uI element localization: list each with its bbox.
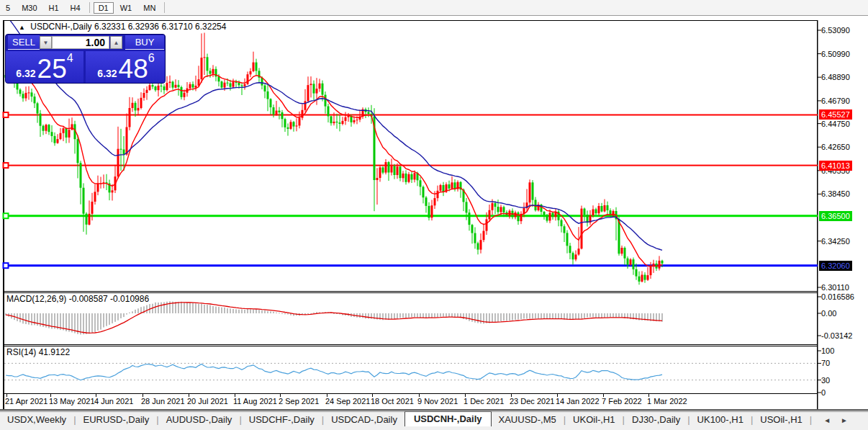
price-axis-tick: 6.48890 <box>821 73 850 81</box>
date-axis-label: 20 Jul 2021 <box>187 397 228 406</box>
sell-price-pips: 25 <box>37 57 67 81</box>
chart-tab-usdx-weekly[interactable]: USDX,Weekly <box>0 413 73 427</box>
date-axis-label: 1 Mar 2022 <box>647 397 687 406</box>
buy-button[interactable]: BUY <box>125 35 164 50</box>
chart-symbol-label: USDCNH-,Daily <box>30 22 91 32</box>
chart-tab-eurusd-daily[interactable]: EURUSD-,Daily <box>76 413 157 427</box>
sell-button[interactable]: SELL <box>8 35 40 50</box>
chart-tab-bar: USDX,Weekly|EURUSD-,Daily|AUDUSD-,Daily|… <box>0 411 868 427</box>
price-axis-tick: 6.34250 <box>821 237 850 246</box>
chart-tab-usdcad-daily[interactable]: USDCAD-,Daily <box>324 413 404 427</box>
price-axis-tick: 6.46790 <box>821 97 850 105</box>
chart-tab-audusd-daily[interactable]: AUDUSD-,Daily <box>159 413 240 427</box>
date-axis-label: 2 Sep 2021 <box>279 397 319 406</box>
price-axis-tick: 6.30110 <box>821 283 849 292</box>
tab-scroll-arrows[interactable]: ◄► <box>823 416 858 427</box>
buy-price-point: 6 <box>148 53 155 64</box>
chart-tab-usdchf-daily[interactable]: USDCHF-,Daily <box>242 413 322 427</box>
sell-price-display[interactable]: 6.32 25 4 <box>6 51 83 84</box>
chart-marker-icon: ▲ <box>19 24 25 31</box>
chart-tab-dj30-daily[interactable]: DJ30-,Daily <box>625 413 687 427</box>
price-axis-tick: 6.50990 <box>821 50 850 58</box>
price-axis-tick: 6.44750 <box>821 120 850 128</box>
date-axis-label: 1 Dec 2021 <box>464 397 504 406</box>
chart-tab-uk100-h1[interactable]: UK100-,H1 <box>690 413 751 427</box>
rsi-axis-tick: 30 <box>821 376 830 385</box>
macd-axis-tick: -0.03142 <box>821 331 852 340</box>
date-axis-label: 7 Feb 2022 <box>602 397 642 406</box>
buy-price-pips: 48 <box>119 57 148 81</box>
price-line-badge: 6.36500 <box>819 211 852 221</box>
volume-decrease-button[interactable]: ▼ <box>40 36 52 49</box>
date-axis-label: 13 May 2021 <box>49 397 95 406</box>
macd-axis-tick: 0.00 <box>821 309 836 318</box>
rsi-axis-tick: 0 <box>821 388 826 397</box>
chart-tab-usdcnh-daily[interactable]: USDCNH-,Daily <box>404 411 492 427</box>
price-line-badge: 6.45527 <box>819 109 852 120</box>
date-axis-label: 21 Apr 2021 <box>5 397 48 406</box>
date-axis-label: 28 Jun 2021 <box>141 397 185 406</box>
price-axis-tick: 6.53090 <box>821 26 850 35</box>
date-axis-label: 23 Dec 2021 <box>510 397 554 406</box>
chart-title: ▲ USDCNH-,Daily 6.32331 6.32936 6.31710 … <box>19 22 226 32</box>
macd-axis-tick: 0.016586 <box>821 292 854 301</box>
trade-panel-top-row: SELL ▼ 1.00 ▲ BUY <box>6 35 165 50</box>
rsi-axis-tick: 70 <box>821 359 830 367</box>
chart-ohlc-values: 6.32331 6.32936 6.31710 6.32254 <box>94 22 227 32</box>
chart-tab-ukoil-h1[interactable]: UKOil-,H1 <box>566 413 623 427</box>
status-strip <box>0 426 868 430</box>
rsi-axis-tick: 100 <box>821 346 834 355</box>
date-axis-label: 11 Aug 2021 <box>233 397 277 406</box>
date-axis-label: 4 Jun 2021 <box>94 397 133 406</box>
mt4-terminal-window: 5M30H1H4D1W1MN ▲ USDCNH-,Daily 6.32331 6… <box>0 0 868 430</box>
volume-increase-button[interactable]: ▲ <box>110 36 122 49</box>
volume-input[interactable]: 1.00 <box>52 36 109 49</box>
macd-indicator-label: MACD(12,26,9) -0.008587 -0.010986 <box>6 294 149 304</box>
chart-tab-xauusd-m5[interactable]: XAUUSD-,M5 <box>492 413 564 427</box>
chart-tab-usoil-h1[interactable]: USOil-,H1 <box>753 413 810 427</box>
one-click-trade-panel: SELL ▼ 1.00 ▲ BUY 6.32 25 4 6.32 48 6 <box>5 34 166 84</box>
date-axis-label: 9 Nov 2021 <box>417 397 458 406</box>
buy-price-prefix: 6.32 <box>97 66 117 81</box>
tab-separator: | <box>810 414 812 427</box>
price-line-badge: 6.41013 <box>819 161 852 171</box>
date-axis-label: 18 Oct 2021 <box>371 397 414 406</box>
sell-price-prefix: 6.32 <box>16 66 35 81</box>
sell-price-point: 4 <box>67 53 73 64</box>
date-axis-label: 24 Sep 2021 <box>325 397 370 406</box>
rsi-indicator-label: RSI(14) 41.9122 <box>6 347 70 357</box>
price-line-badge: 6.32060 <box>819 261 852 271</box>
price-axis-tick: 6.42650 <box>821 143 850 151</box>
price-axis-tick: 6.38450 <box>821 189 850 198</box>
date-axis-label: 14 Jan 2022 <box>556 397 600 406</box>
buy-price-display[interactable]: 6.32 48 6 <box>86 51 166 84</box>
